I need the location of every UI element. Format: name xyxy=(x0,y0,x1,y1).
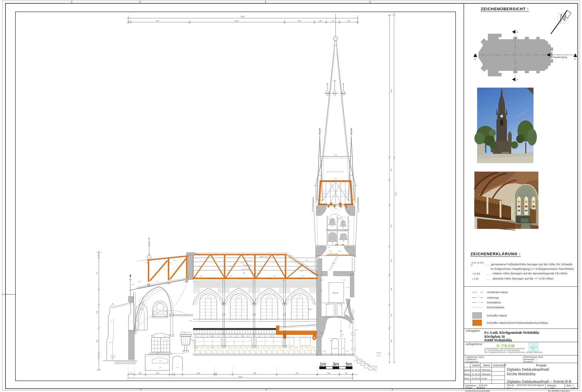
svg-text:14.78: 14.78 xyxy=(241,262,244,263)
svg-text:11.54: 11.54 xyxy=(332,263,335,264)
svg-text:5.81: 5.81 xyxy=(328,247,330,248)
svg-text:1.36: 1.36 xyxy=(319,20,322,22)
svg-text:9.75: 9.75 xyxy=(296,373,299,374)
svg-text:6.98: 6.98 xyxy=(211,347,213,348)
svg-text:10.84: 10.84 xyxy=(168,262,171,263)
svg-text:3.53: 3.53 xyxy=(199,266,201,267)
svg-text:1.68: 1.68 xyxy=(139,373,142,374)
svg-text:10.83: 10.83 xyxy=(338,251,341,252)
svg-text:2.25: 2.25 xyxy=(96,340,98,342)
svg-text:32.92: 32.92 xyxy=(239,376,242,378)
svg-text:8.97: 8.97 xyxy=(341,334,343,335)
svg-text:5m: 5m xyxy=(346,361,352,367)
svg-text:23.94: 23.94 xyxy=(334,154,337,156)
svg-text:4.30: 4.30 xyxy=(298,20,301,22)
svg-text:3.65: 3.65 xyxy=(319,175,321,176)
svg-text:36.90: 36.90 xyxy=(241,16,245,18)
svg-text:3.79: 3.79 xyxy=(320,246,322,247)
svg-text:7.16: 7.16 xyxy=(184,281,186,282)
svg-text:Durchgang: Durchgang xyxy=(332,347,338,349)
svg-text:4.74: 4.74 xyxy=(347,20,350,22)
svg-text:±0.00: ±0.00 xyxy=(111,357,115,359)
svg-text:5.70: 5.70 xyxy=(184,333,186,334)
svg-text:B: B xyxy=(474,58,476,60)
svg-text:2.83: 2.83 xyxy=(347,246,349,247)
svg-text:5.48: 5.48 xyxy=(327,373,330,374)
svg-text:Sparren 12/20: Sparren 12/20 xyxy=(243,264,251,266)
svg-text:2.90: 2.90 xyxy=(391,259,392,262)
svg-text:-0.47: -0.47 xyxy=(156,353,159,354)
svg-text:8.56: 8.56 xyxy=(241,336,243,337)
svg-text:7.93: 7.93 xyxy=(211,256,213,257)
svg-text:2.17: 2.17 xyxy=(334,181,336,182)
svg-text:7.17: 7.17 xyxy=(253,280,255,281)
svg-text:9.45: 9.45 xyxy=(195,253,197,254)
svg-text:4.15: 4.15 xyxy=(193,281,195,282)
svg-text:12.41: 12.41 xyxy=(355,330,358,331)
svg-text:Sparren 12/20: Sparren 12/20 xyxy=(245,260,253,261)
svg-text:-1.96: -1.96 xyxy=(176,367,179,368)
svg-text:13.50: 13.50 xyxy=(323,351,326,352)
svg-text:31.40: 31.40 xyxy=(391,89,392,93)
svg-text:12.99: 12.99 xyxy=(323,193,326,194)
svg-text:0.2: 0.2 xyxy=(332,20,334,22)
svg-text:1m: 1m xyxy=(319,361,326,367)
svg-text:5.77: 5.77 xyxy=(238,278,240,279)
svg-text:10.97: 10.97 xyxy=(334,208,337,209)
svg-text:1.7: 1.7 xyxy=(214,373,216,374)
svg-text:2.47: 2.47 xyxy=(391,168,392,171)
svg-text:3m: 3m xyxy=(333,361,339,367)
svg-text:5.48: 5.48 xyxy=(253,373,256,374)
svg-text:12.95: 12.95 xyxy=(189,320,192,322)
svg-text:Haupteingang: Haupteingang xyxy=(553,56,567,59)
svg-text:0.2: 0.2 xyxy=(345,373,347,374)
svg-text:6.22: 6.22 xyxy=(343,280,345,281)
svg-text:14.82: 14.82 xyxy=(283,280,286,281)
svg-text:-0.07 (2.97): -0.07 (2.97) xyxy=(110,356,116,357)
svg-text:5.59: 5.59 xyxy=(344,230,346,231)
svg-text:7.60: 7.60 xyxy=(131,284,133,285)
svg-text:10.17: 10.17 xyxy=(156,281,159,282)
svg-text:6.86: 6.86 xyxy=(152,336,154,337)
svg-text:10.41: 10.41 xyxy=(334,178,337,179)
svg-text:52.40: 52.40 xyxy=(395,192,397,196)
svg-text:11.19: 11.19 xyxy=(300,270,303,272)
svg-text:5.05: 5.05 xyxy=(391,224,392,227)
svg-text:B: B xyxy=(574,58,576,60)
svg-text:8.84: 8.84 xyxy=(211,336,213,337)
svg-text:5.41: 5.41 xyxy=(272,336,274,337)
svg-text:2.25: 2.25 xyxy=(246,255,248,256)
svg-text:0.9: 0.9 xyxy=(130,373,132,374)
svg-text:4.46: 4.46 xyxy=(330,340,332,341)
svg-text:5.48: 5.48 xyxy=(156,373,159,374)
svg-text:Orgel: Orgel xyxy=(308,308,312,310)
svg-text:3.24: 3.24 xyxy=(391,288,392,291)
svg-text:10.17: 10.17 xyxy=(340,305,343,306)
svg-text:3.72: 3.72 xyxy=(229,266,231,267)
svg-text:2.38: 2.38 xyxy=(311,272,313,273)
svg-text:10.36: 10.36 xyxy=(320,333,323,334)
svg-text:3.41: 3.41 xyxy=(350,340,353,341)
svg-text:9.63: 9.63 xyxy=(276,255,279,256)
svg-text:1.19: 1.19 xyxy=(230,276,232,277)
svg-text:11.90: 11.90 xyxy=(146,262,148,263)
svg-text:14.73: 14.73 xyxy=(138,281,141,282)
svg-text:5.87: 5.87 xyxy=(215,255,217,256)
svg-text:9.37: 9.37 xyxy=(290,256,292,257)
svg-text:-1.52: -1.52 xyxy=(159,360,162,362)
svg-text:A: A xyxy=(517,79,518,81)
svg-text:10.24: 10.24 xyxy=(323,316,326,317)
svg-text:Sparren via Werk: Sparren via Werk xyxy=(329,253,338,254)
svg-text:Sparren 12/00: Sparren 12/00 xyxy=(252,273,260,274)
svg-text:13.68: 13.68 xyxy=(141,302,144,303)
svg-text:8.17: 8.17 xyxy=(338,316,340,317)
svg-text:10.17: 10.17 xyxy=(260,256,263,257)
svg-text:9.64: 9.64 xyxy=(346,351,348,352)
svg-text:14.67: 14.67 xyxy=(326,230,329,231)
svg-text:14.80: 14.80 xyxy=(350,175,353,176)
svg-text:Uhrwerk: Uhrwerk xyxy=(332,292,339,294)
svg-text:9.48: 9.48 xyxy=(197,373,200,374)
svg-text:8.61: 8.61 xyxy=(173,260,175,261)
svg-text:11.34: 11.34 xyxy=(320,280,323,281)
svg-text:12.67: 12.67 xyxy=(299,278,302,279)
